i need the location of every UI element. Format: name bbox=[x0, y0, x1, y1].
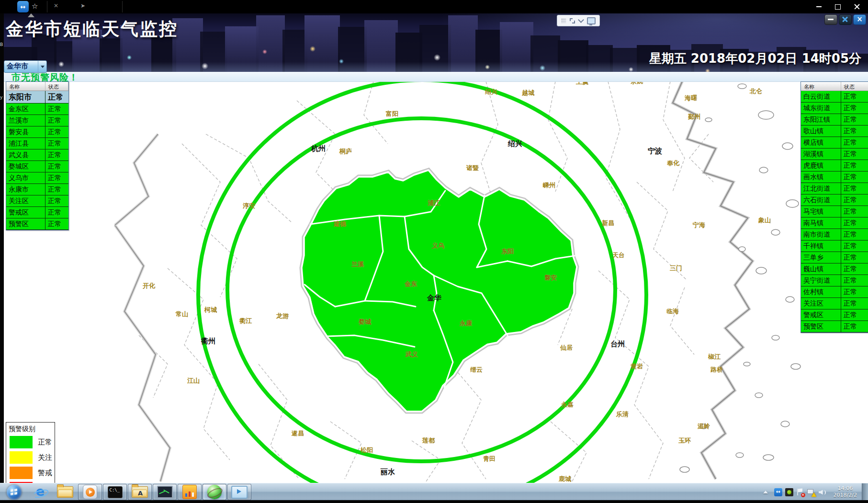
region-status-row[interactable]: 歌山镇正常 bbox=[801, 126, 868, 137]
region-status-row[interactable]: 关注区正常 bbox=[801, 298, 868, 309]
region-status-row[interactable]: 虎鹿镇正常 bbox=[801, 160, 868, 171]
region-status: 正常 bbox=[841, 275, 868, 286]
network-warning-tray[interactable] bbox=[807, 488, 815, 496]
region-status-row[interactable]: 警戒区正常 bbox=[801, 309, 868, 321]
region-status-row[interactable]: 巍山镇正常 bbox=[801, 263, 868, 275]
region-status-row[interactable]: 磐安县正常 bbox=[6, 126, 68, 138]
province-boundary bbox=[115, 134, 158, 225]
chevron-down-icon bbox=[41, 66, 45, 68]
file-explorer bbox=[57, 486, 73, 498]
region-status-row[interactable]: 浦江县正常 bbox=[6, 138, 68, 149]
island bbox=[705, 118, 712, 122]
favorites-star-icon[interactable]: ☆ bbox=[32, 2, 38, 11]
app-close-button[interactable]: × bbox=[853, 14, 866, 25]
region-status-row[interactable]: 预警区正常 bbox=[801, 321, 868, 332]
taskbar-design-tools-button[interactable]: A bbox=[128, 484, 152, 500]
region-name: 警戒区 bbox=[801, 309, 841, 320]
county-boundary bbox=[364, 81, 388, 144]
legend-title: 预警级别 bbox=[6, 423, 55, 434]
region-status: 正常 bbox=[841, 137, 868, 148]
region-status-row[interactable]: 马宅镇正常 bbox=[801, 206, 868, 217]
show-desktop-button[interactable] bbox=[862, 483, 868, 501]
region-status-row[interactable]: 东阳市正常 bbox=[6, 91, 68, 103]
region-status: 正常 bbox=[45, 103, 68, 114]
volume-tray[interactable] bbox=[818, 488, 826, 496]
region-name: 佐村镇 bbox=[801, 286, 841, 297]
region-status-row[interactable]: 佐村镇正常 bbox=[801, 286, 868, 298]
globe-app bbox=[207, 485, 222, 499]
taskbar-system-monitor-button[interactable] bbox=[153, 484, 177, 500]
window-minimize-button[interactable] bbox=[812, 1, 825, 12]
region-status: 正常 bbox=[45, 218, 68, 229]
region-status-row[interactable]: 南马镇正常 bbox=[801, 217, 868, 229]
region-status: 正常 bbox=[45, 161, 68, 172]
chart-app bbox=[182, 485, 197, 499]
teamviewer-icon[interactable]: ↔ bbox=[17, 1, 29, 12]
grid-icon[interactable] bbox=[561, 18, 566, 23]
taskbar-command-prompt-button[interactable]: C:\_ bbox=[103, 484, 127, 500]
action-center-tray[interactable]: × bbox=[796, 488, 804, 496]
region-status-row[interactable]: 湖溪镇正常 bbox=[801, 149, 868, 160]
island bbox=[786, 297, 794, 302]
window-titlebar: ↔ ☆ ✕ ➤ bbox=[0, 0, 868, 13]
region-status-row[interactable]: 武义县正常 bbox=[6, 149, 68, 161]
tab-close-icon[interactable]: ✕ bbox=[54, 2, 58, 9]
region-name: 永康市 bbox=[6, 184, 45, 195]
fullscreen-icon[interactable] bbox=[570, 18, 575, 23]
region-status-row[interactable]: 南市街道正常 bbox=[801, 229, 868, 240]
island bbox=[736, 453, 744, 457]
teamviewer-tray[interactable]: ↔ bbox=[774, 488, 782, 496]
region-status-row[interactable]: 白云街道正常 bbox=[801, 91, 868, 103]
window-maximize-button[interactable] bbox=[832, 1, 844, 12]
region-status-row[interactable]: 东阳江镇正常 bbox=[801, 114, 868, 126]
taskbar-internet-explorer-button[interactable]: e bbox=[28, 484, 52, 500]
region-status: 正常 bbox=[45, 115, 68, 126]
dropdown-arrow-button[interactable] bbox=[38, 61, 46, 72]
region-name: 南市街道 bbox=[801, 229, 841, 240]
region-status-row[interactable]: 义乌市正常 bbox=[6, 172, 68, 184]
region-status-row[interactable]: 三单乡正常 bbox=[801, 252, 868, 263]
region-status-row[interactable]: 关注区正常 bbox=[6, 195, 68, 207]
app-fullscreen-button[interactable] bbox=[839, 14, 852, 25]
taskbar-media-player-button[interactable] bbox=[78, 484, 102, 500]
region-status-row[interactable]: 预警区正常 bbox=[6, 218, 68, 230]
taskbar-globe-app-button[interactable] bbox=[203, 484, 226, 500]
titlebar-separator bbox=[122, 1, 123, 12]
taskbar-file-explorer-button[interactable] bbox=[53, 484, 77, 500]
region-status: 正常 bbox=[841, 321, 868, 332]
nav-arrow-icon[interactable]: ➤ bbox=[80, 2, 85, 9]
region-status-row[interactable]: 城东街道正常 bbox=[801, 103, 868, 114]
region-status-row[interactable]: 金东区正常 bbox=[6, 103, 68, 115]
region-status-row[interactable]: 六石街道正常 bbox=[801, 194, 868, 206]
weather-map[interactable]: 绍兴越城上虞余姚海曙鄞州北仑富阳桐庐诸暨奉化嵊州新昌宁海象山淳安建德龙游柯城常山… bbox=[0, 81, 868, 483]
chevron-down-icon[interactable] bbox=[578, 17, 584, 23]
taskbar-media-display-button[interactable] bbox=[227, 484, 251, 500]
region-status-row[interactable]: 千祥镇正常 bbox=[801, 240, 868, 252]
region-status-row[interactable]: 横店镇正常 bbox=[801, 137, 868, 149]
region-status-row[interactable]: 江北街道正常 bbox=[801, 183, 868, 194]
county-boundary bbox=[481, 81, 498, 201]
region-status-row[interactable]: 兰溪市正常 bbox=[6, 115, 68, 126]
taskbar-chart-app-button[interactable] bbox=[178, 484, 202, 500]
start-button[interactable] bbox=[0, 484, 27, 500]
region-status-row[interactable]: 吴宁街道正常 bbox=[801, 275, 868, 286]
region-name: 横店镇 bbox=[801, 137, 841, 148]
window-close-button[interactable] bbox=[851, 1, 863, 12]
map-canvas[interactable] bbox=[0, 81, 868, 483]
tray-expand-button[interactable] bbox=[763, 491, 768, 493]
region-name: 预警区 bbox=[6, 218, 45, 229]
city-selector-dropdown[interactable]: 金华市 bbox=[4, 60, 47, 73]
monitor-icon[interactable] bbox=[587, 17, 596, 24]
app-minimize-button[interactable] bbox=[824, 14, 837, 25]
region-name: 三单乡 bbox=[801, 252, 841, 263]
region-status: 正常 bbox=[841, 263, 868, 274]
region-status-row[interactable]: 警戒区正常 bbox=[6, 207, 68, 218]
region-status-row[interactable]: 画水镇正常 bbox=[801, 171, 868, 183]
taskbar-clock[interactable]: 14:06 2018/2/2 bbox=[834, 485, 857, 499]
screen-bottom-strip bbox=[0, 500, 868, 503]
region-status-row[interactable]: 永康市正常 bbox=[6, 184, 68, 195]
region-name: 婺城区 bbox=[6, 161, 45, 172]
region-status-row[interactable]: 婺城区正常 bbox=[6, 161, 68, 172]
remote-session-toolbar[interactable] bbox=[557, 15, 600, 26]
nvidia-tray[interactable] bbox=[785, 488, 793, 496]
